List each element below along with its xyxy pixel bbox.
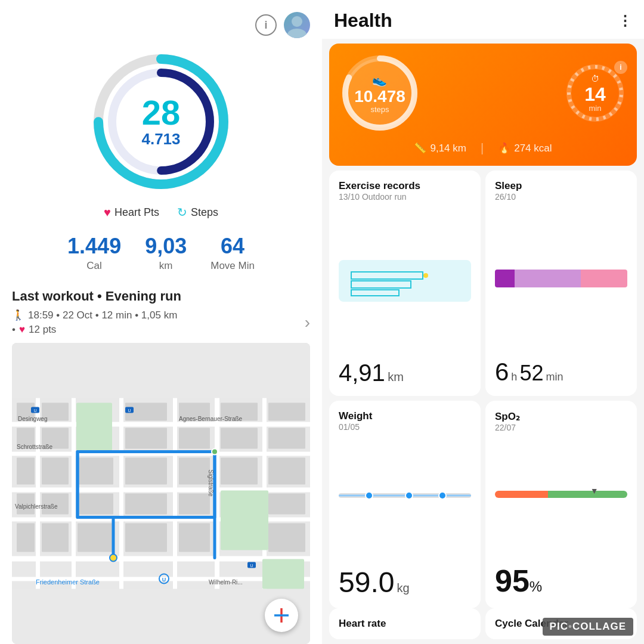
move-min-stat: 64 Move Min [210, 234, 255, 272]
spo2-card-title: SpO₂ [495, 410, 627, 423]
svg-rect-16 [173, 398, 177, 589]
timer-icon: ⏱ [584, 74, 606, 83]
weight-card-date: 01/05 [339, 422, 471, 432]
sleep-min-unit: min [546, 371, 563, 383]
weight-value: 59.0 kg [339, 566, 471, 599]
banner-top: 👟 10.478 steps ⏱ 14 [341, 54, 625, 132]
steps-center: 👟 10.478 steps [354, 73, 405, 114]
sleep-rem-segment [581, 270, 627, 287]
steps-icon: ↻ [177, 205, 187, 219]
right-header: Health ⋮ [322, 0, 644, 39]
workout-map[interactable]: U U U Desingweg Schrottstraße Agnes-Bern… [12, 343, 310, 644]
sleep-card-header: Sleep 26/10 [495, 180, 627, 202]
banner-bottom: 📏 9,14 km | 🔥 274 kcal [341, 139, 625, 155]
sleep-card-date: 26/10 [495, 192, 627, 202]
timer-center: ⏱ 14 min [584, 74, 606, 113]
banner-divider: | [481, 141, 484, 155]
exercise-card-date: 13/10 Outdoor run [339, 192, 471, 202]
weight-card[interactable]: Weight 01/05 59.0 kg [329, 401, 481, 608]
chevron-right-icon[interactable]: › [305, 313, 310, 332]
sleep-hours-value: 6 [495, 358, 509, 386]
svg-rect-44 [179, 524, 210, 552]
watermark: PIC•COLLAGE [543, 618, 633, 636]
sleep-card-title: Sleep [495, 180, 627, 192]
ring-legend: ♥ Heart Pts ↻ Steps [104, 205, 218, 219]
left-header: i [12, 12, 310, 38]
svg-rect-46 [221, 428, 258, 449]
bottom-cards: Heart rate Cycle Calendar PIC•COLLAGE [322, 608, 644, 644]
ring-chart: 28 4.713 [89, 50, 233, 193]
ring-center: 28 4.713 [141, 95, 180, 148]
steps-legend: ↻ Steps [177, 205, 218, 219]
sleep-light-segment [515, 270, 581, 287]
avatar[interactable] [284, 12, 310, 38]
svg-text:Schrottstraße: Schrottstraße [17, 444, 52, 450]
svg-rect-13 [36, 398, 40, 589]
cal-label: Cal [67, 260, 121, 272]
cycle-card[interactable]: Cycle Calendar PIC•COLLAGE [485, 608, 637, 639]
exercise-map [339, 260, 471, 302]
more-menu-icon[interactable]: ⋮ [618, 13, 632, 29]
svg-rect-39 [125, 524, 167, 552]
spo2-card[interactable]: SpO₂ 22/07 ▼ 95 % [485, 401, 637, 608]
banner-distance: 📏 9,14 km [414, 142, 466, 154]
ring-sub-value: 4.713 [141, 130, 180, 148]
health-cards-grid: Exercise records 13/10 Outdoor run 4,91 … [322, 171, 644, 608]
svg-rect-33 [78, 494, 113, 515]
heart-rate-card[interactable]: Heart rate [329, 608, 481, 639]
heart-pts-icon: ♥ [19, 324, 25, 336]
workout-section[interactable]: Last workout • Evening run 🚶 18:59 • 22 … [12, 289, 310, 343]
svg-rect-32 [78, 458, 113, 485]
svg-rect-43 [179, 494, 210, 515]
svg-text:Friedenheimer Straße: Friedenheimer Straße [36, 578, 100, 586]
km-label: km [145, 260, 187, 272]
spo2-bar-container: ▼ [495, 491, 627, 498]
timer-label: min [584, 104, 606, 113]
steps-circle: 👟 10.478 steps [341, 54, 419, 132]
svg-rect-51 [268, 494, 305, 515]
add-activity-button[interactable] [265, 599, 298, 632]
svg-text:Desingweg: Desingweg [18, 416, 47, 422]
spo2-card-header: SpO₂ 22/07 [495, 410, 627, 432]
svg-rect-37 [125, 458, 167, 485]
steps-label: steps [354, 105, 405, 114]
svg-rect-29 [42, 458, 69, 485]
shoe-icon: 👟 [354, 73, 405, 87]
sleep-card[interactable]: Sleep 26/10 6 h 52 min [485, 171, 637, 396]
timer-circle: ⏱ 14 min i [565, 63, 625, 123]
exercise-card[interactable]: Exercise records 13/10 Outdoor run 4,91 … [329, 171, 481, 396]
banner-calories: 🔥 274 kcal [498, 142, 552, 154]
spo2-unit: % [530, 578, 542, 595]
svg-text:Wilhelm-Ri...: Wilhelm-Ri... [209, 579, 243, 586]
cal-stat: 1.449 Cal [67, 234, 121, 272]
svg-text:Valpichlerstraße: Valpichlerstraße [15, 503, 58, 510]
distance-icon: 📏 [414, 142, 426, 154]
svg-point-53 [110, 555, 117, 562]
banner-info-icon[interactable]: i [614, 61, 627, 74]
workout-info: 🚶 18:59 • 22 Oct • 12 min • 1,05 km • ♥ … [12, 309, 177, 336]
svg-rect-50 [268, 458, 305, 485]
svg-rect-42 [179, 458, 210, 485]
spo2-value: 95 % [495, 563, 627, 599]
km-value: 9,03 [145, 234, 187, 259]
exercise-value: 4,91 km [339, 360, 471, 386]
svg-text:U: U [128, 408, 131, 413]
sleep-mins-value: 52 [519, 361, 543, 386]
info-icon[interactable]: i [255, 14, 277, 36]
exercise-card-title: Exercise records [339, 180, 471, 192]
spo2-card-date: 22/07 [495, 423, 627, 432]
exercise-km-unit: km [388, 370, 404, 383]
svg-rect-49 [268, 428, 305, 449]
svg-text:Agnes-Bernauer-Straße: Agnes-Bernauer-Straße [179, 416, 243, 422]
weight-dot-mid [405, 491, 413, 500]
exercise-card-header: Exercise records 13/10 Outdoor run [339, 180, 471, 202]
svg-rect-20 [221, 491, 268, 550]
right-panel: Health ⋮ 👟 10.478 steps [322, 0, 644, 644]
svg-rect-14 [72, 398, 76, 589]
workout-detail: 🚶 18:59 • 22 Oct • 12 min • 1,05 km • ♥ … [12, 309, 310, 336]
svg-rect-15 [119, 398, 123, 589]
activity-banner: 👟 10.478 steps ⏱ 14 [329, 44, 637, 166]
spo2-bar [495, 491, 627, 498]
svg-rect-19 [76, 403, 112, 451]
svg-rect-21 [262, 559, 304, 589]
